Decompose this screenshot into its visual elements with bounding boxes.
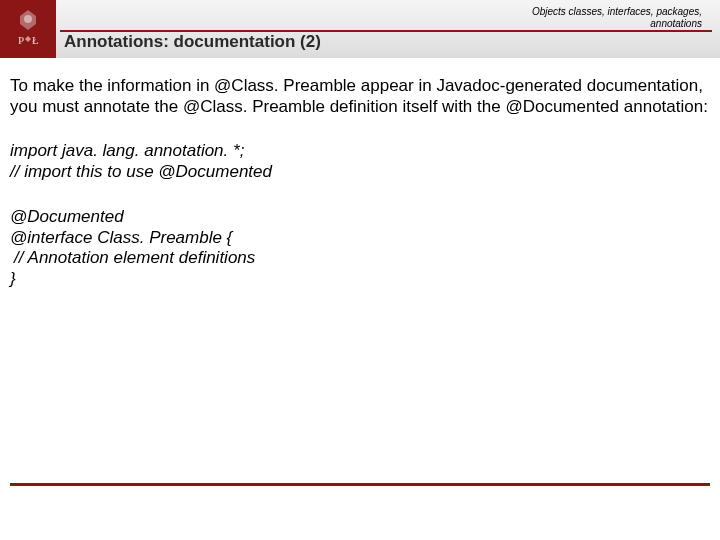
code-line: @interface Class. Preamble { (10, 228, 710, 249)
code-line: @Documented (10, 207, 710, 228)
code-line: // Annotation element definitions (10, 248, 710, 269)
code-block-definition: @Documented @interface Class. Preamble {… (10, 207, 710, 290)
slide-title: Annotations: documentation (2) (64, 32, 321, 52)
footer-rule (10, 483, 710, 486)
institution-logo: P Ł (0, 0, 56, 58)
slide-header: Objects classes, interfaces, packages, a… (0, 0, 720, 58)
category-label: Objects classes, interfaces, packages, a… (532, 6, 702, 29)
svg-point-1 (24, 15, 32, 23)
code-block-import: import java. lang. annotation. *; // imp… (10, 141, 710, 182)
category-line-2: annotations (650, 18, 702, 29)
intro-paragraph: To make the information in @Class. Pream… (10, 76, 710, 117)
code-line: } (10, 269, 710, 290)
crest-icon: P Ł (8, 6, 48, 52)
slide-content: To make the information in @Class. Pream… (0, 58, 720, 290)
code-line: import java. lang. annotation. *; (10, 141, 710, 162)
svg-text:Ł: Ł (32, 34, 39, 46)
svg-text:P: P (18, 34, 24, 46)
code-line: // import this to use @Documented (10, 162, 710, 183)
category-line-1: Objects classes, interfaces, packages, (532, 6, 702, 17)
